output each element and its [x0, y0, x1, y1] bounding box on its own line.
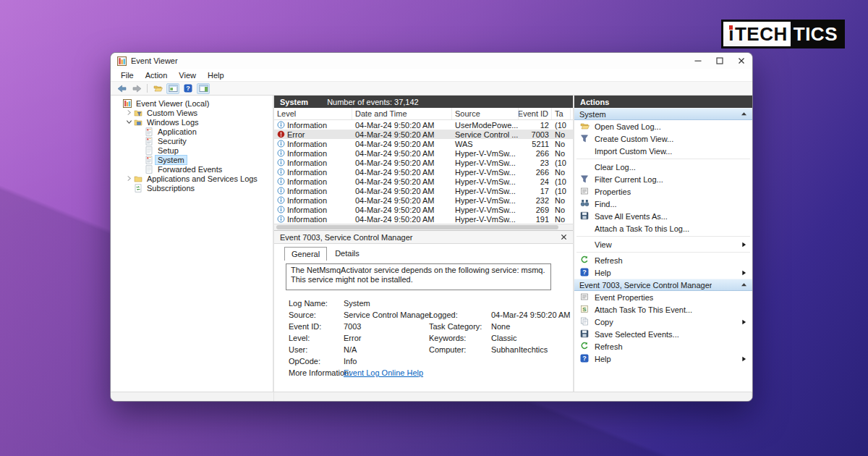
logo-letter-i: i	[728, 23, 734, 46]
tab-details[interactable]: Details	[328, 247, 366, 260]
chevron-right-icon[interactable]	[126, 109, 133, 117]
save-icon	[580, 211, 590, 221]
field-value: System	[344, 299, 429, 308]
action-help[interactable]: ?Help	[574, 352, 752, 365]
menu-bar: FileActionViewHelp	[111, 69, 752, 82]
collapse-icon[interactable]	[741, 111, 747, 117]
event-row[interactable]: Information04-Mar-24 9:50:20 AMHyper-V-V…	[274, 148, 573, 158]
action-save-all-events-as[interactable]: Save All Events As...	[574, 210, 752, 222]
menu-help[interactable]: Help	[202, 71, 230, 80]
details-header: Event 7003, Service Control Manager	[274, 231, 573, 244]
event-row[interactable]: Information04-Mar-24 9:50:20 AMWAS5211No	[274, 139, 573, 148]
event-row[interactable]: Information04-Mar-24 9:50:20 AMUserModeP…	[274, 120, 573, 130]
event-row[interactable]: Information04-Mar-24 9:50:20 AMHyper-V-V…	[274, 158, 573, 167]
scrollbar-thumb[interactable]	[276, 225, 558, 229]
event-id-cell: 266	[519, 149, 552, 158]
action-refresh[interactable]: Refresh	[574, 340, 752, 352]
close-button[interactable]	[731, 53, 752, 69]
menu-view[interactable]: View	[173, 71, 202, 80]
action-label: Create Custom View...	[595, 135, 673, 143]
actions-section-header[interactable]: System	[574, 108, 752, 120]
event-id-cell: 191	[519, 215, 552, 224]
event-row[interactable]: Information04-Mar-24 9:50:20 AMHyper-V-V…	[274, 214, 573, 224]
action-clear-log[interactable]: Clear Log...	[574, 161, 752, 173]
refresh-icon	[580, 256, 590, 265]
action-refresh[interactable]: Refresh	[574, 254, 752, 266]
chevron-down-icon[interactable]	[126, 119, 133, 126]
action-event-properties[interactable]: Event Properties	[574, 291, 752, 303]
action-attach-a-task-to-this-log[interactable]: Attach a Task To this Log...	[574, 222, 752, 235]
event-row[interactable]: Information04-Mar-24 9:50:20 AMHyper-V-V…	[274, 205, 573, 214]
title-bar[interactable]: Event Viewer	[111, 53, 752, 69]
action-label: Event Properties	[595, 293, 653, 302]
back-arrow-icon[interactable]	[115, 83, 128, 94]
open-folder-icon[interactable]	[151, 83, 164, 94]
help-icon[interactable]: ?	[182, 83, 195, 94]
menu-action[interactable]: Action	[140, 71, 174, 80]
event-row[interactable]: Information04-Mar-24 9:50:20 AMHyper-V-V…	[274, 177, 573, 186]
column-header-date-and-time[interactable]: Date and Time	[352, 108, 452, 119]
action-create-custom-view[interactable]: Create Custom View...	[574, 132, 752, 145]
copy-icon	[580, 317, 590, 326]
tree-item-forwarded-events[interactable]: Forwarded Events	[111, 164, 273, 174]
source-cell: Hyper-V-VmSw...	[452, 168, 519, 177]
tree-item-subscriptions[interactable]: Subscriptions	[111, 183, 273, 193]
tree-item-system[interactable]: System	[111, 155, 273, 164]
action-label: Find...	[595, 200, 617, 208]
tree-item-windows-logs[interactable]: Windows Logs	[111, 117, 273, 127]
action-import-custom-view[interactable]: Import Custom View...	[574, 145, 752, 157]
console-window-icon[interactable]	[166, 83, 179, 94]
event-row[interactable]: Error04-Mar-24 9:50:20 AMService Control…	[274, 130, 573, 139]
tab-general[interactable]: General	[284, 247, 327, 261]
minimize-button[interactable]	[687, 53, 709, 69]
action-help[interactable]: ?Help	[574, 266, 752, 279]
event-fields: Log Name:SystemSource:Service Control Ma…	[289, 299, 561, 377]
date-cell: 04-Mar-24 9:50:20 AM	[352, 177, 452, 186]
attach-task-icon: S	[580, 305, 590, 314]
tree-item-label: Event Viewer (Local)	[134, 99, 211, 108]
event-log-online-help-link[interactable]: Event Log Online Help	[344, 368, 423, 377]
menu-file[interactable]: File	[115, 71, 140, 80]
action-open-saved-log[interactable]: Open Saved Log...	[574, 120, 752, 132]
forward-arrow-icon[interactable]	[130, 83, 143, 94]
tree-item-setup[interactable]: Setup	[111, 145, 273, 155]
maximize-button[interactable]	[709, 53, 731, 69]
chevron-right-icon[interactable]	[126, 175, 133, 182]
horizontal-scrollbar[interactable]	[274, 224, 573, 230]
details-close-button[interactable]	[558, 232, 569, 242]
column-header-level[interactable]: Level	[274, 108, 352, 119]
console-tree: Event Viewer (Local)Custom ViewsWindows …	[111, 96, 274, 392]
event-row[interactable]: Information04-Mar-24 9:50:20 AMHyper-V-V…	[274, 167, 573, 177]
tree-item-custom-views[interactable]: Custom Views	[111, 108, 273, 117]
event-row[interactable]: Information04-Mar-24 9:50:20 AMHyper-V-V…	[274, 186, 573, 195]
event-details-pane: Event 7003, Service Control Manager Gene…	[274, 230, 573, 392]
column-header-event-id[interactable]: Event ID	[519, 108, 552, 119]
action-save-selected-events[interactable]: Save Selected Events...	[574, 328, 752, 340]
tree-item-applications-and-services-logs[interactable]: Applications and Services Logs	[111, 174, 273, 183]
action-attach-task-to-this-event[interactable]: SAttach Task To This Event...	[574, 303, 752, 316]
actions-section-header[interactable]: Event 7003, Service Control Manager	[574, 279, 752, 291]
tree-item-security[interactable]: Security	[111, 136, 273, 145]
minimize-icon	[694, 57, 702, 64]
action-find[interactable]: Find...	[574, 198, 752, 210]
close-icon	[561, 234, 567, 240]
tree-item-label: Applications and Services Logs	[145, 174, 260, 183]
field-label: Task Category:	[429, 322, 491, 331]
column-header-ta[interactable]: Ta	[552, 108, 571, 119]
details-tabs: GeneralDetails	[274, 244, 573, 260]
action-copy[interactable]: Copy	[574, 316, 752, 328]
action-properties[interactable]: Properties	[574, 185, 752, 198]
event-row[interactable]: Information04-Mar-24 9:50:20 AMHyper-V-V…	[274, 195, 573, 205]
event-id-cell: 23	[519, 159, 552, 167]
action-filter-current-log[interactable]: Filter Current Log...	[574, 173, 752, 185]
tree-item-event-viewer-local-[interactable]: Event Viewer (Local)	[111, 98, 273, 108]
tree-item-application[interactable]: Application	[111, 127, 273, 136]
close-icon	[738, 57, 745, 64]
column-header-source[interactable]: Source	[452, 108, 519, 119]
action-view[interactable]: View	[574, 238, 752, 250]
field-value[interactable]: Event Log Online Help	[344, 368, 429, 377]
collapse-icon[interactable]	[741, 282, 747, 288]
field-label: Keywords:	[429, 334, 491, 342]
submenu-arrow-icon	[741, 242, 747, 248]
action-pane-icon[interactable]	[197, 83, 210, 94]
